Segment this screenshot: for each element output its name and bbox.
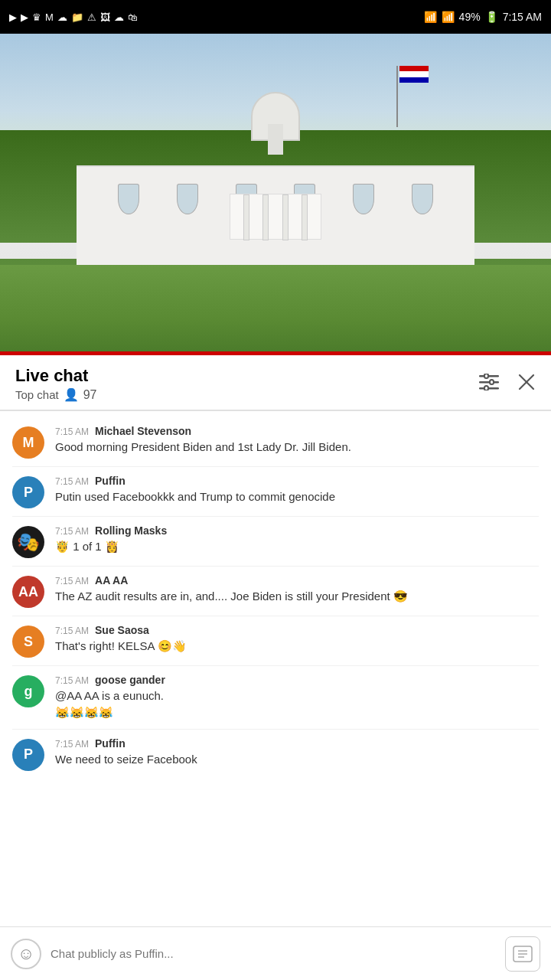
close-button[interactable] <box>517 373 536 396</box>
bottom-spacer <box>0 785 551 846</box>
live-chat-header: Live chat Top chat 👤 97 <box>0 355 551 410</box>
col2 <box>262 194 269 240</box>
video-progress-bar[interactable] <box>0 351 551 355</box>
message-meta: 7:15 AM goose gander <box>55 674 539 686</box>
chat-message: g 7:15 AM goose gander @AA AA is a eunuc… <box>0 666 551 729</box>
chat-message: M 7:15 AM Michael Stevenson Good morning… <box>0 417 551 466</box>
message-author: Michael Stevenson <box>95 425 191 437</box>
avatar-emoji: 🎭 <box>17 533 40 551</box>
svg-rect-3 <box>484 374 488 378</box>
chat-input-bar: ☺ <box>0 926 551 980</box>
wifi-icon: 📶 <box>424 11 437 23</box>
message-author: Rolling Masks <box>95 524 167 537</box>
people-icon: 👤 <box>64 387 79 402</box>
warning-icon: ⚠ <box>87 11 96 23</box>
message-body: 7:15 AM Puffin We need to seize Facebook <box>55 737 539 768</box>
folder-icon: 📁 <box>71 11 83 23</box>
chat-input[interactable] <box>51 947 496 960</box>
message-body: 7:15 AM AA AA The AZ audit results are i… <box>55 574 539 605</box>
message-time: 7:15 AM <box>55 675 89 686</box>
message-meta: 7:15 AM AA AA <box>55 574 539 586</box>
message-text: We need to seize Facebook <box>55 751 539 768</box>
bag-icon: 🛍 <box>128 11 138 23</box>
chat-message: 🎭 7:15 AM Rolling Masks 🤴 1 of 1 👸 <box>0 517 551 566</box>
header-action-icons <box>479 373 536 396</box>
live-chat-title: Live chat <box>15 366 97 386</box>
battery-label: 49% <box>459 11 481 23</box>
message-author: Puffin <box>95 475 126 487</box>
top-chat-label[interactable]: Top chat <box>15 388 59 401</box>
dome-base <box>268 124 283 155</box>
avatar: S <box>12 626 44 658</box>
image-icon: 🖼 <box>100 11 110 23</box>
status-icons-right: 📶 📶 49% 🔋 7:15 AM <box>424 11 542 23</box>
portico <box>230 194 321 240</box>
message-author: Sue Saosa <box>95 624 149 636</box>
chat-list: M 7:15 AM Michael Stevenson Good morning… <box>0 411 551 785</box>
cloud-icon: ☁ <box>57 11 67 23</box>
message-text: The AZ audit results are in, and.... Joe… <box>55 588 539 605</box>
message-text: @AA AA is a eunuch.😹😹😹😹 <box>55 688 539 721</box>
chat-message: P 7:15 AM Puffin Putin used Facebookkk a… <box>0 467 551 516</box>
message-time: 7:15 AM <box>55 426 89 437</box>
chat-message: AA 7:15 AM AA AA The AZ audit results ar… <box>0 567 551 616</box>
message-text: That's right! KELSA 😊👋 <box>55 638 539 655</box>
live-chat-title-area: Live chat Top chat 👤 97 <box>15 366 97 402</box>
avatar: g <box>12 675 44 707</box>
col4 <box>302 194 308 240</box>
cloud2-icon: ☁ <box>114 11 124 23</box>
signal-icon: 📶 <box>442 11 455 23</box>
message-time: 7:15 AM <box>55 739 89 750</box>
message-meta: 7:15 AM Sue Saosa <box>55 624 539 636</box>
message-body: 7:15 AM Sue Saosa That's right! KELSA 😊👋 <box>55 624 539 655</box>
yt-icon: ▶ <box>9 11 17 23</box>
avatar: P <box>12 739 44 771</box>
time-label: 7:15 AM <box>503 11 542 23</box>
chat-message: P 7:15 AM Puffin We need to seize Facebo… <box>0 730 551 779</box>
message-time: 7:15 AM <box>55 576 89 586</box>
send-button[interactable] <box>505 936 540 972</box>
m-icon: M <box>45 11 54 23</box>
window5 <box>353 184 374 214</box>
status-icons-left: ▶ ▶ ♛ M ☁ 📁 ⚠ 🖼 ☁ 🛍 <box>9 11 138 23</box>
avatar: P <box>12 476 44 508</box>
status-bar: ▶ ▶ ♛ M ☁ 📁 ⚠ 🖼 ☁ 🛍 📶 📶 49% 🔋 7:15 AM <box>0 0 551 34</box>
video-thumbnail[interactable] <box>0 34 551 355</box>
chat-message: S 7:15 AM Sue Saosa That's right! KELSA … <box>0 616 551 665</box>
viewer-count: 97 <box>83 388 97 402</box>
message-text: Good morning President Biden and 1st Lad… <box>55 439 539 456</box>
window1 <box>118 184 139 214</box>
crown-icon: ♛ <box>32 11 41 23</box>
close-icon <box>517 373 536 391</box>
window2 <box>177 184 198 214</box>
message-time: 7:15 AM <box>55 526 89 537</box>
lawn-layer <box>0 265 551 355</box>
col1 <box>243 194 249 240</box>
avatar: 🎭 <box>12 526 44 558</box>
message-meta: 7:15 AM Rolling Masks <box>55 524 539 537</box>
message-body: 7:15 AM Puffin Putin used Facebookkk and… <box>55 475 539 505</box>
message-meta: 7:15 AM Michael Stevenson <box>55 425 539 437</box>
battery-icon: 🔋 <box>485 11 498 23</box>
message-author: AA AA <box>95 574 128 586</box>
flagpole <box>396 66 398 127</box>
live-chat-subtitle: Top chat 👤 97 <box>15 387 97 402</box>
yt2-icon: ▶ <box>21 11 28 23</box>
flag <box>399 66 429 83</box>
message-text: Putin used Facebookkk and Trump to commi… <box>55 488 539 505</box>
svg-rect-5 <box>484 386 488 390</box>
message-meta: 7:15 AM Puffin <box>55 737 539 750</box>
message-body: 7:15 AM goose gander @AA AA is a eunuch.… <box>55 674 539 721</box>
message-body: 7:15 AM Michael Stevenson Good morning P… <box>55 425 539 456</box>
message-time: 7:15 AM <box>55 476 89 487</box>
message-author: Puffin <box>95 737 126 750</box>
avatar: M <box>12 426 44 459</box>
message-author: goose gander <box>95 674 165 686</box>
message-body: 7:15 AM Rolling Masks 🤴 1 of 1 👸 <box>55 524 539 555</box>
emoji-button[interactable]: ☺ <box>11 939 41 969</box>
send-icon <box>513 946 533 962</box>
message-text: 🤴 1 of 1 👸 <box>55 538 539 555</box>
message-meta: 7:15 AM Puffin <box>55 475 539 487</box>
col3 <box>282 194 289 240</box>
filter-button[interactable] <box>479 374 499 395</box>
